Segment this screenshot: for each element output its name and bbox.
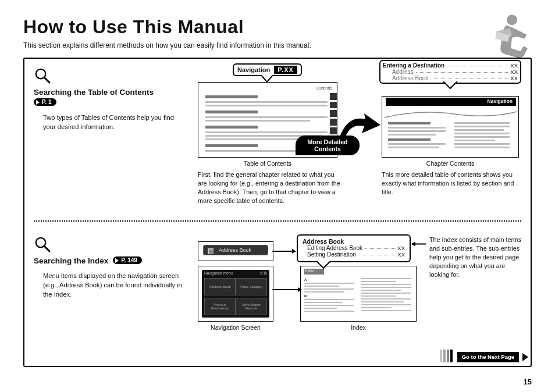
nav-time: 9:30: [259, 271, 267, 275]
magnifier-icon: [34, 236, 51, 253]
chapter-description: This more detailed table of contents sho…: [382, 170, 519, 197]
section-divider: [34, 220, 521, 222]
section-heading-index: Searching the Index: [34, 256, 108, 265]
nav-menu-title: Navigation menu: [204, 271, 233, 275]
content-panel: Searching the Table of Contents P. 1 Two…: [23, 58, 532, 367]
address-book-chip: Address Book: [198, 241, 273, 261]
section-heading-toc: Searching the Table of Contents: [34, 88, 190, 97]
index-callout: Address Book Editing Address BookXX Sett…: [297, 234, 411, 262]
chapter-sub1-label: Address: [383, 69, 414, 75]
section-index: Searching the Index P. 149 Menu items di…: [34, 236, 521, 352]
magnifier-icon: [34, 67, 51, 84]
page-ref-badge[interactable]: P. 1: [34, 98, 56, 106]
svg-line-4: [44, 246, 49, 251]
stripes-icon: [440, 350, 454, 365]
chapter-main-label: Entering a Destination: [383, 62, 444, 69]
toc-thumbnail-label: Table of Contents: [198, 160, 337, 167]
navigation-screen-thumbnail: Navigation menu 9:30 Address Book Place …: [198, 266, 273, 322]
index-callout-title: Address Book: [303, 238, 405, 245]
toc-description: First, find the general chapter related …: [198, 170, 343, 205]
more-detailed-pill: More Detailed Contents: [296, 136, 360, 155]
goto-next-page[interactable]: Go to the Next Page: [440, 350, 528, 365]
chapter-nav-banner: Navigation: [386, 98, 516, 106]
svg-rect-6: [209, 250, 214, 254]
section-toc: Searching the Table of Contents P. 1 Two…: [34, 67, 521, 218]
thin-arrow-icon: [272, 289, 301, 290]
manual-page: How to Use This Manual This section expl…: [0, 0, 555, 392]
section-body-toc: Two types of Tables of Contents help you…: [34, 113, 190, 131]
svg-line-2: [44, 77, 49, 83]
svg-point-0: [507, 15, 517, 25]
thin-arrow-icon: [412, 244, 426, 245]
goto-label: Go to the Next Page: [457, 352, 519, 362]
index-thumbnail-label: Index: [300, 324, 417, 331]
navigation-callout-label: Navigation: [237, 66, 270, 73]
page-title: How to Use This Manual: [23, 16, 532, 38]
chevron-right-icon: [522, 353, 528, 361]
nav-screen-label: Navigation Screen: [198, 324, 273, 331]
chapter-thumbnail-label: Chapter Contents: [382, 160, 519, 167]
chapter-list-callout: Entering a DestinationXX AddressXX Addre…: [383, 62, 518, 81]
index-thumb-header: Index: [304, 269, 314, 272]
page-subtitle: This section explains different methods …: [23, 41, 532, 49]
address-book-label: Address Book: [219, 247, 251, 253]
chapter-thumbnail: Navigation: [382, 96, 519, 158]
chapter-sub2-label: Address Book: [383, 75, 428, 81]
page-ref-badge[interactable]: P. 149: [113, 256, 142, 264]
page-number: 15: [524, 377, 532, 386]
index-description: The Index consists of main terms and sub…: [429, 236, 522, 280]
navigation-callout: Navigation P.XX: [233, 63, 302, 76]
thin-arrow-icon: [272, 251, 296, 252]
section-body-index: Menu items displayed on the navigation s…: [34, 271, 190, 300]
address-book-icon: [207, 247, 215, 255]
index-thumbnail: Index A B: [300, 266, 417, 322]
reader-silhouette-icon: [481, 10, 533, 63]
toc-thumb-header: Contents: [316, 86, 332, 90]
navigation-callout-page: P.XX: [274, 66, 297, 74]
